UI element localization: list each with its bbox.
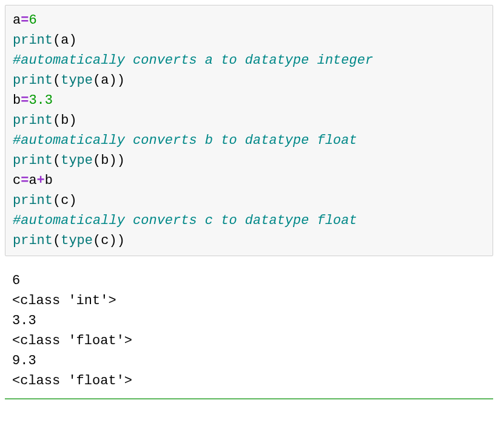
code-token: ): [117, 153, 125, 168]
code-token: b: [13, 93, 21, 108]
code-token: c: [13, 173, 21, 188]
code-token: (: [53, 73, 61, 88]
code-input-cell: a=6print(a)#automatically converts a to …: [5, 5, 493, 256]
code-token: type: [61, 233, 93, 248]
output-line: 3.3: [12, 311, 486, 331]
code-token: (: [53, 113, 61, 128]
code-token: c: [101, 233, 109, 248]
code-token: +: [37, 173, 45, 188]
code-token: print: [13, 73, 53, 88]
output-line: <class 'int'>: [12, 291, 486, 311]
code-token: a: [101, 73, 109, 88]
code-token: ): [117, 233, 125, 248]
code-token: a: [61, 33, 69, 48]
cell-separator: [5, 398, 493, 399]
code-token: print: [13, 233, 53, 248]
code-token: print: [13, 33, 53, 48]
code-token: print: [13, 153, 53, 168]
code-line: c=a+b: [13, 171, 485, 191]
output-line: <class 'float'>: [12, 331, 486, 351]
code-token: b: [61, 113, 69, 128]
code-output-cell: 6<class 'int'>3.3<class 'float'>9.3<clas…: [5, 266, 493, 396]
code-token: ): [109, 233, 116, 248]
output-line: <class 'float'>: [12, 371, 486, 391]
code-token: #automatically converts a to datatype in…: [13, 53, 373, 68]
code-token: ): [109, 73, 116, 88]
code-token: a: [29, 173, 36, 188]
code-line: print(type(b)): [13, 151, 485, 171]
code-line: #automatically converts a to datatype in…: [13, 50, 485, 70]
code-token: (: [53, 33, 61, 48]
code-token: (: [53, 193, 61, 208]
code-line: print(type(a)): [13, 70, 485, 90]
code-line: a=6: [13, 10, 485, 30]
code-token: ): [69, 193, 76, 208]
code-token: print: [13, 193, 53, 208]
code-token: type: [61, 73, 93, 88]
code-token: #automatically converts b to datatype fl…: [13, 133, 357, 148]
code-token: (: [93, 73, 101, 88]
code-token: (: [93, 153, 101, 168]
code-token: b: [45, 173, 53, 188]
output-line: 6: [12, 271, 486, 291]
code-token: =: [21, 13, 29, 28]
code-token: ): [69, 113, 76, 128]
code-token: print: [13, 113, 53, 128]
code-line: print(type(c)): [13, 231, 485, 251]
code-token: a: [13, 13, 21, 28]
code-token: c: [61, 193, 69, 208]
code-line: #automatically converts c to datatype fl…: [13, 211, 485, 231]
code-token: (: [53, 153, 61, 168]
code-line: print(c): [13, 191, 485, 211]
code-token: #automatically converts c to datatype fl…: [13, 213, 357, 228]
code-token: 6: [29, 13, 36, 28]
code-line: b=3.3: [13, 90, 485, 110]
code-token: ): [109, 153, 116, 168]
code-line: #automatically converts b to datatype fl…: [13, 131, 485, 151]
code-token: =: [21, 173, 29, 188]
code-token: =: [21, 93, 29, 108]
code-token: ): [117, 73, 125, 88]
code-token: (: [53, 233, 61, 248]
code-token: 3.3: [29, 93, 53, 108]
code-token: type: [61, 153, 93, 168]
code-line: print(b): [13, 110, 485, 131]
code-token: b: [101, 153, 109, 168]
code-token: ): [69, 33, 76, 48]
output-line: 9.3: [12, 351, 486, 371]
code-token: (: [93, 233, 101, 248]
code-line: print(a): [13, 30, 485, 50]
